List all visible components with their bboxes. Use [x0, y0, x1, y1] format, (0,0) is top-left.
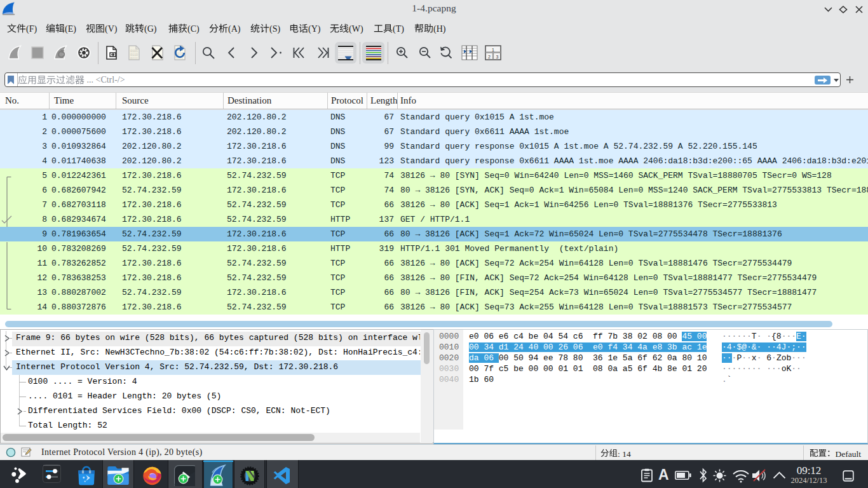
svg-text:3: 3 — [496, 55, 499, 59]
svg-text:1: 1 — [492, 48, 494, 52]
svg-text:0111: 0111 — [130, 57, 138, 61]
svg-text:2: 2 — [488, 55, 491, 59]
